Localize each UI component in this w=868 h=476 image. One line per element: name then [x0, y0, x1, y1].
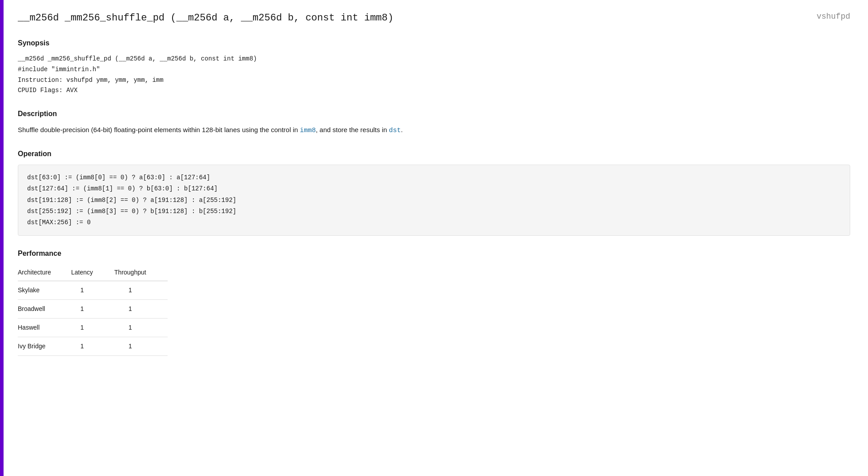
cell-throughput: 1 — [114, 319, 168, 337]
col-header-throughput: Throughput — [114, 264, 168, 281]
table-row: Broadwell11 — [18, 300, 168, 319]
operation-line-1: dst[63:0] := (imm8[0] == 0) ? a[63:0] : … — [27, 172, 841, 183]
description-inline-code-dst: dst — [389, 127, 401, 134]
operation-title: Operation — [18, 149, 850, 159]
description-text-middle: , and store the results in — [316, 126, 389, 133]
operation-line-5: dst[MAX:256] := 0 — [27, 217, 841, 228]
performance-section: Performance Architecture Latency Through… — [18, 248, 850, 356]
cell-throughput: 1 — [114, 300, 168, 319]
cell-architecture: Ivy Bridge — [18, 337, 71, 356]
operation-line-3: dst[191:128] := (imm8[2] == 0) ? a[191:1… — [27, 195, 841, 206]
performance-table-body: Skylake11Broadwell11Haswell11Ivy Bridge1… — [18, 281, 168, 356]
performance-title: Performance — [18, 248, 850, 259]
table-row: Skylake11 — [18, 281, 168, 300]
cell-latency: 1 — [71, 281, 114, 300]
operation-line-2: dst[127:64] := (imm8[1] == 0) ? b[63:0] … — [27, 183, 841, 194]
cell-latency: 1 — [71, 337, 114, 356]
cell-latency: 1 — [71, 300, 114, 319]
synopsis-line-1: __m256d _mm256_shuffle_pd (__m256d a, __… — [18, 54, 850, 65]
synopsis-line-2: #include "immintrin.h" — [18, 65, 850, 75]
description-text: Shuffle double-precision (64-bit) floati… — [18, 125, 850, 136]
performance-table: Architecture Latency Throughput Skylake1… — [18, 264, 168, 356]
table-header-row: Architecture Latency Throughput — [18, 264, 168, 281]
table-row: Haswell11 — [18, 319, 168, 337]
main-content: __m256d _mm256_shuffle_pd (__m256d a, __… — [4, 0, 868, 476]
cell-architecture: Haswell — [18, 319, 71, 337]
function-signature-header: __m256d _mm256_shuffle_pd (__m256d a, __… — [18, 11, 850, 25]
page-wrapper: __m256d _mm256_shuffle_pd (__m256d a, __… — [0, 0, 868, 476]
cell-architecture: Skylake — [18, 281, 71, 300]
cell-architecture: Broadwell — [18, 300, 71, 319]
col-header-latency: Latency — [71, 264, 114, 281]
operation-line-4: dst[255:192] := (imm8[3] == 0) ? b[191:1… — [27, 206, 841, 217]
description-section: Description Shuffle double-precision (64… — [18, 109, 850, 136]
operation-box: dst[63:0] := (imm8[0] == 0) ? a[63:0] : … — [18, 165, 850, 236]
cell-throughput: 1 — [114, 337, 168, 356]
synopsis-section: Synopsis __m256d _mm256_shuffle_pd (__m2… — [18, 38, 850, 96]
instruction-label: vshufpd — [816, 11, 850, 23]
synopsis-line-3: Instruction: vshufpd ymm, ymm, ymm, imm — [18, 75, 850, 86]
cell-throughput: 1 — [114, 281, 168, 300]
synopsis-content: __m256d _mm256_shuffle_pd (__m256d a, __… — [18, 54, 850, 96]
synopsis-line-4: CPUID Flags: AVX — [18, 85, 850, 96]
left-border-accent — [0, 0, 4, 476]
operation-section: Operation dst[63:0] := (imm8[0] == 0) ? … — [18, 149, 850, 236]
col-header-architecture: Architecture — [18, 264, 71, 281]
description-text-before: Shuffle double-precision (64-bit) floati… — [18, 126, 300, 133]
table-row: Ivy Bridge11 — [18, 337, 168, 356]
signature-text: __m256d _mm256_shuffle_pd (__m256d a, __… — [18, 11, 394, 25]
description-text-after: . — [401, 126, 403, 133]
synopsis-title: Synopsis — [18, 38, 850, 48]
description-title: Description — [18, 109, 850, 119]
cell-latency: 1 — [71, 319, 114, 337]
description-inline-code-imm8: imm8 — [300, 127, 316, 134]
